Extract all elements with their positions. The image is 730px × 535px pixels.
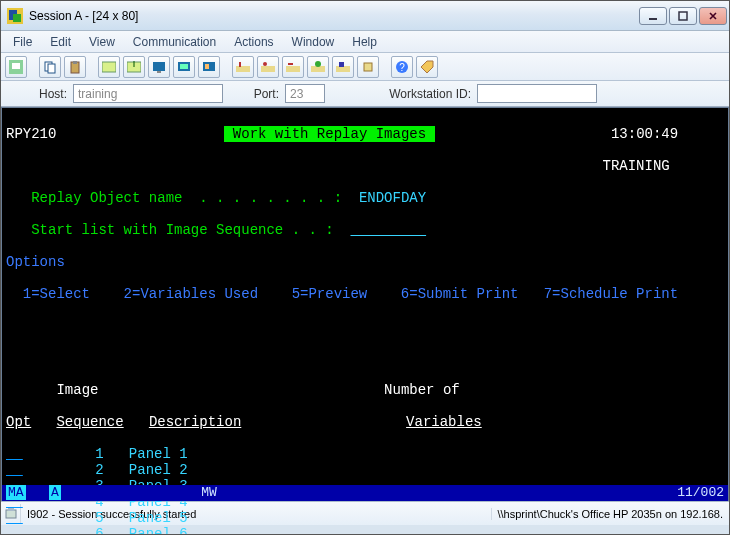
maximize-button[interactable] <box>669 7 697 25</box>
toolbar-help-icon[interactable]: ? <box>391 56 413 78</box>
connection-bar: Host: Port: Workstation ID: <box>1 81 729 107</box>
port-label: Port: <box>229 87 279 101</box>
toolbar-map1-icon[interactable] <box>232 56 254 78</box>
svg-rect-13 <box>153 62 165 71</box>
toolbar-stop-icon[interactable] <box>332 56 354 78</box>
toolbar-map2-icon[interactable] <box>257 56 279 78</box>
replay-object-value: ENDOFDAY <box>359 190 426 206</box>
opt-input[interactable] <box>6 462 28 478</box>
oi-cursor-pos: 11/002 <box>677 485 724 501</box>
toolbar-receive-icon[interactable] <box>123 56 145 78</box>
toolbar-map3-icon[interactable] <box>282 56 304 78</box>
row-desc: Panel 5 <box>129 510 423 526</box>
svg-rect-2 <box>13 14 21 22</box>
ws-label: Workstation ID: <box>331 87 471 101</box>
toolbar: ? <box>1 53 729 81</box>
table-row: 2 Panel 2 <box>6 462 724 478</box>
terminal-screen[interactable]: RPY210 Work with Replay Images 13:00:49 … <box>1 107 729 501</box>
row-seq: 1 <box>28 446 104 462</box>
col-num-2: Variables <box>406 414 482 430</box>
toolbar-play-icon[interactable] <box>357 56 379 78</box>
toolbar-print-icon[interactable] <box>5 56 27 78</box>
screen-program-id: RPY210 <box>6 126 56 142</box>
menu-help[interactable]: Help <box>344 33 385 51</box>
toolbar-copy-icon[interactable] <box>39 56 61 78</box>
oi-ma: MA <box>6 485 26 500</box>
svg-text:?: ? <box>399 62 405 73</box>
svg-rect-8 <box>48 64 55 73</box>
options-line: 1=Select 2=Variables Used 5=Preview 6=Su… <box>6 286 678 302</box>
terminal-status-line: MA A MW 11/002 <box>2 485 728 501</box>
row-seq: 2 <box>28 462 104 478</box>
toolbar-send-icon[interactable] <box>98 56 120 78</box>
screen-system: TRAINING <box>603 158 670 174</box>
menu-view[interactable]: View <box>81 33 123 51</box>
options-header: Options <box>6 254 65 270</box>
menu-file[interactable]: File <box>5 33 40 51</box>
toolbar-tag-icon[interactable] <box>416 56 438 78</box>
svg-rect-18 <box>205 64 209 69</box>
svg-rect-16 <box>180 64 188 69</box>
col-opt: Opt <box>6 414 31 430</box>
opt-input[interactable] <box>6 510 28 526</box>
start-list-label: Start list with Image Sequence . . : <box>6 222 334 238</box>
app-icon <box>7 8 23 24</box>
host-label: Host: <box>7 87 67 101</box>
svg-point-21 <box>263 62 267 66</box>
oi-a: A <box>49 485 61 500</box>
svg-rect-3 <box>649 18 657 20</box>
close-button[interactable] <box>699 7 727 25</box>
svg-rect-4 <box>679 12 687 20</box>
row-desc: Panel 6 <box>129 526 423 535</box>
table-row: 1 Panel 1 <box>6 446 724 462</box>
menu-bar: File Edit View Communication Actions Win… <box>1 31 729 53</box>
svg-rect-10 <box>73 61 77 64</box>
replay-object-label: Replay Object name . . . . . . . . : <box>6 190 342 206</box>
toolbar-screen1-icon[interactable] <box>148 56 170 78</box>
svg-rect-27 <box>364 63 372 71</box>
start-list-input[interactable] <box>350 222 426 238</box>
svg-rect-22 <box>286 66 300 72</box>
opt-input[interactable] <box>6 526 28 535</box>
window-title: Session A - [24 x 80] <box>29 9 639 23</box>
toolbar-record-icon[interactable] <box>307 56 329 78</box>
row-seq: 6 <box>28 526 104 535</box>
menu-actions[interactable]: Actions <box>226 33 281 51</box>
menu-window[interactable]: Window <box>284 33 343 51</box>
toolbar-screen2-icon[interactable] <box>173 56 195 78</box>
svg-point-24 <box>315 61 321 67</box>
svg-rect-6 <box>12 63 20 69</box>
menu-communication[interactable]: Communication <box>125 33 224 51</box>
workstation-input[interactable] <box>477 84 597 103</box>
screen-time: 13:00:49 <box>611 126 678 142</box>
svg-rect-14 <box>157 71 161 73</box>
toolbar-paste-icon[interactable] <box>64 56 86 78</box>
toolbar-screen3-icon[interactable] <box>198 56 220 78</box>
row-seq: 5 <box>28 510 104 526</box>
host-input[interactable] <box>73 84 223 103</box>
minimize-button[interactable] <box>639 7 667 25</box>
svg-rect-26 <box>339 62 344 67</box>
opt-input[interactable] <box>6 446 28 462</box>
row-desc: Panel 1 <box>129 446 423 462</box>
window-titlebar: Session A - [24 x 80] <box>1 1 729 31</box>
svg-rect-11 <box>102 62 116 72</box>
col-desc: Description <box>149 414 381 430</box>
col-num-1: Number of <box>384 382 460 398</box>
screen-title: Work with Replay Images <box>224 126 434 142</box>
svg-rect-20 <box>261 66 275 72</box>
col-image-1: Image <box>56 382 98 398</box>
menu-edit[interactable]: Edit <box>42 33 79 51</box>
table-row: 5 Panel 5 <box>6 510 724 526</box>
table-row: 6 Panel 6 <box>6 526 724 535</box>
row-desc: Panel 2 <box>129 462 423 478</box>
oi-mw: MW <box>201 485 217 500</box>
port-input[interactable] <box>285 84 325 103</box>
col-image-2: Sequence <box>56 414 123 430</box>
svg-rect-19 <box>236 66 250 72</box>
